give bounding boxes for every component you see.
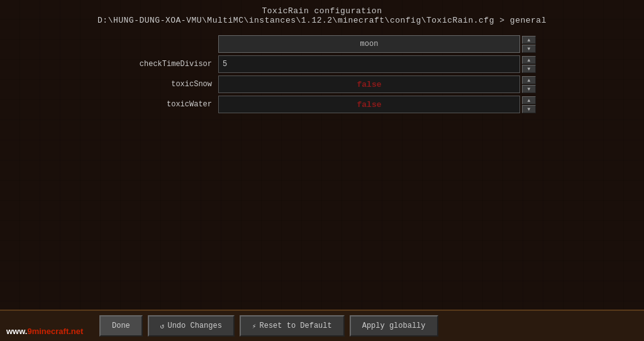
- toxic-snow-row: toxicSnow false ▲ ▼: [108, 75, 536, 93]
- toxic-water-label: toxicWater: [108, 100, 218, 109]
- toxic-water-arrows: ▲ ▼: [522, 96, 536, 113]
- watermark-prefix: www.: [6, 327, 27, 336]
- check-time-divisor-row: checkTimeDivisor ▲ ▼: [108, 55, 536, 73]
- done-button[interactable]: Done: [99, 315, 143, 337]
- check-time-divisor-arrow-up[interactable]: ▲: [522, 56, 536, 64]
- toxic-snow-toggle[interactable]: false: [218, 75, 520, 93]
- apply-globally-button[interactable]: Apply globally: [350, 315, 438, 337]
- moon-arrows: ▲ ▼: [522, 36, 536, 53]
- toxic-water-arrow-up[interactable]: ▲: [522, 96, 536, 104]
- reset-icon: ⚡: [252, 322, 257, 330]
- moon-row: ▲ ▼: [108, 35, 536, 53]
- undo-changes-button[interactable]: ↺ Undo Changes: [148, 315, 235, 337]
- config-title: ToxicRain configuration: [97, 6, 547, 16]
- moon-input[interactable]: [218, 35, 520, 53]
- check-time-divisor-input[interactable]: [218, 55, 520, 73]
- toxic-water-arrow-down[interactable]: ▼: [522, 105, 536, 113]
- toxic-water-row: toxicWater false ▲ ▼: [108, 96, 536, 113]
- check-time-divisor-arrows: ▲ ▼: [522, 56, 536, 73]
- watermark-site: 9minecraft.net: [27, 327, 83, 336]
- bottom-bar: Done ↺ Undo Changes ⚡ Reset to Default A…: [0, 310, 644, 341]
- reset-to-default-label: Reset to Default: [259, 321, 331, 330]
- undo-icon: ↺: [160, 322, 165, 330]
- toxic-water-toggle[interactable]: false: [218, 96, 520, 113]
- config-path: D:\HUNG-DUNG-XOA-VMU\MultiMC\instances\1…: [97, 16, 547, 25]
- reset-to-default-button[interactable]: ⚡ Reset to Default: [240, 315, 345, 337]
- watermark: www.9minecraft.net: [6, 327, 83, 336]
- undo-changes-label: Undo Changes: [167, 321, 221, 330]
- moon-arrow-down[interactable]: ▼: [522, 45, 536, 53]
- check-time-divisor-arrow-down[interactable]: ▼: [522, 65, 536, 73]
- moon-arrow-up[interactable]: ▲: [522, 36, 536, 44]
- check-time-divisor-label: checkTimeDivisor: [108, 60, 218, 69]
- toxic-snow-arrow-up[interactable]: ▲: [522, 76, 536, 84]
- toxic-snow-arrows: ▲ ▼: [522, 76, 536, 93]
- toxic-snow-arrow-down[interactable]: ▼: [522, 85, 536, 93]
- toxic-snow-label: toxicSnow: [108, 80, 218, 89]
